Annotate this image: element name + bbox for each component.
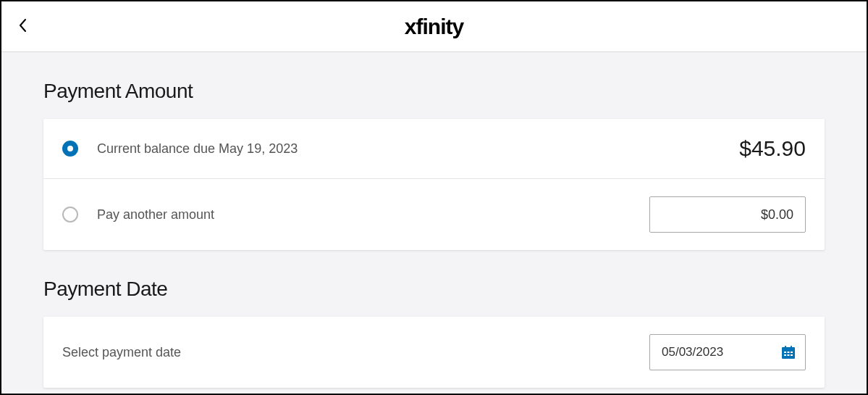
svg-rect-4 xyxy=(791,352,793,353)
pay-another-label: Pay another amount xyxy=(97,207,649,223)
svg-rect-9 xyxy=(791,346,792,349)
svg-rect-3 xyxy=(788,352,790,353)
calendar-icon xyxy=(780,344,796,360)
payment-date-card: Select payment date 05/03/2023 xyxy=(43,317,825,388)
brand-logo: xfinity xyxy=(405,14,463,39)
svg-rect-2 xyxy=(784,352,786,353)
svg-rect-7 xyxy=(791,354,793,356)
app-header: xfinity xyxy=(1,1,867,52)
back-button[interactable] xyxy=(14,18,32,36)
payment-date-value: 05/03/2023 xyxy=(662,345,780,359)
main-content: Payment Amount Current balance due May 1… xyxy=(1,52,867,394)
option-pay-another[interactable]: Pay another amount xyxy=(43,178,825,250)
svg-rect-6 xyxy=(788,354,790,356)
svg-rect-5 xyxy=(784,354,786,356)
chevron-left-icon xyxy=(18,18,28,36)
radio-selected-icon xyxy=(62,141,78,157)
svg-rect-8 xyxy=(785,346,786,349)
option-current-balance[interactable]: Current balance due May 19, 2023 $45.90 xyxy=(43,119,825,178)
payment-amount-card: Current balance due May 19, 2023 $45.90 … xyxy=(43,119,825,250)
current-balance-amount: $45.90 xyxy=(739,136,806,161)
payment-date-title: Payment Date xyxy=(43,278,825,301)
current-balance-label: Current balance due May 19, 2023 xyxy=(97,141,739,157)
other-amount-input[interactable] xyxy=(649,196,806,233)
payment-amount-title: Payment Amount xyxy=(43,80,825,103)
payment-date-label: Select payment date xyxy=(62,345,649,360)
radio-unselected-icon xyxy=(62,207,78,223)
payment-date-row: Select payment date 05/03/2023 xyxy=(43,317,825,388)
payment-date-field[interactable]: 05/03/2023 xyxy=(649,334,806,370)
